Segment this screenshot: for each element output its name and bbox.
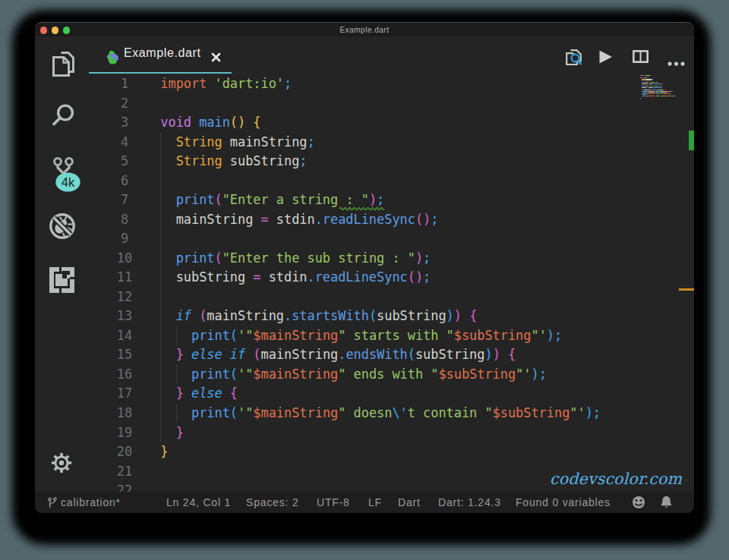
activity-bar-item-debug[interactable] [49, 212, 76, 243]
more-actions-icon[interactable] [667, 55, 685, 69]
line-number: 12 [89, 288, 160, 307]
status-item-0[interactable]: Ln 24, Col 1 [166, 496, 231, 508]
tab-close-icon[interactable] [211, 52, 221, 65]
code-line: 5 String subString; [89, 152, 694, 171]
code-line: 18 print('"$mainString" doesn\'t contain… [89, 404, 694, 423]
activity-bar-item-source-control[interactable]: 4k [51, 156, 81, 196]
code-line: 14 print('"$mainString" starts with "$su… [89, 326, 694, 346]
tab-example-dart[interactable]: Example.dart [89, 36, 232, 74]
line-number: 8 [89, 210, 160, 230]
code-text: import 'dart:io'; [160, 74, 292, 94]
activity-bar-item-extensions[interactable] [49, 267, 75, 296]
tab-bar: Example.dart [89, 36, 694, 74]
line-number: 1 [89, 74, 160, 94]
line-number: 2 [89, 94, 160, 114]
git-branch-icon [48, 497, 57, 511]
status-item-5[interactable]: Dart: 1.24.3 [438, 496, 501, 508]
page-background: Example.dart 4k Example.dart [0, 0, 729, 560]
status-item-4[interactable]: Dart [398, 496, 421, 508]
status-item-3[interactable]: LF [368, 496, 382, 508]
code-text: subString = stdin.readLineSync(); [160, 268, 431, 288]
code-text: print('"$mainString" starts with "$subSt… [160, 326, 562, 346]
code-text: String mainString; [160, 133, 314, 153]
warning-squiggle [339, 206, 384, 210]
code-line: 7 print("Enter a string : "); [89, 190, 694, 210]
code-text: if (mainString.startsWith(subString)) { [160, 307, 477, 326]
code-text: void main() { [160, 113, 260, 133]
vscode-window: Example.dart 4k Example.dart [35, 22, 694, 513]
status-item-6[interactable]: Found 0 variables [516, 496, 611, 508]
line-number: 4 [89, 133, 160, 153]
svg-text:4k: 4k [62, 175, 75, 189]
status-item-1[interactable]: Spaces: 2 [246, 496, 298, 508]
code-text: print("Enter the sub string : "); [160, 249, 431, 269]
code-text: print('"$mainString" doesn\'t contain "$… [160, 404, 601, 423]
code-text: } [160, 423, 184, 443]
activity-bar-item-settings-gear[interactable] [51, 452, 72, 477]
code-line: 16 print('"$mainString" ends with "$subS… [89, 365, 694, 385]
status-item-2[interactable]: UTF-8 [317, 496, 350, 508]
code-line: 15 } else if (mainString.endsWith(subStr… [89, 345, 694, 365]
status-branch[interactable]: calibration* [61, 496, 121, 508]
code-line: 11 subString = stdin.readLineSync(); [89, 268, 694, 288]
title-bar: Example.dart [35, 22, 694, 36]
code-line: 4 String mainString; [89, 133, 694, 153]
code-text: } [160, 442, 168, 462]
indent-guide [160, 229, 161, 249]
code-line: 3void main() { [89, 113, 694, 133]
extensions-icon [49, 267, 75, 296]
line-number: 10 [89, 249, 160, 269]
code-text: } else if (mainString.endsWith(subString… [160, 345, 516, 365]
code-text: String subString; [160, 152, 307, 171]
code-editor[interactable]: 1import 'dart:io';23void main() {4 Strin… [89, 74, 694, 492]
activity-bar: 4k [35, 36, 89, 492]
line-number: 16 [89, 365, 160, 385]
debug-icon [49, 212, 76, 243]
line-number: 11 [89, 268, 160, 288]
line-number: 21 [89, 462, 160, 482]
activity-bar-item-search[interactable] [49, 102, 76, 134]
code-text: } else { [160, 384, 238, 404]
indent-guide [160, 288, 161, 307]
line-number: 7 [89, 190, 160, 210]
line-number: 19 [89, 423, 160, 443]
code-line: 13 if (mainString.startsWith(subString))… [89, 307, 694, 326]
code-line: 2 [89, 94, 694, 114]
line-number: 17 [89, 384, 160, 404]
run-icon[interactable] [599, 50, 613, 67]
code-line: 20} [89, 442, 694, 462]
settings-gear-icon [51, 452, 72, 477]
notifications-bell-icon[interactable] [660, 496, 673, 511]
code-line: 9 [89, 229, 694, 249]
code-text: mainString = stdin.readLineSync(); [160, 210, 438, 230]
active-tab-underline [89, 72, 232, 74]
search-icon [49, 102, 76, 134]
split-editor-icon[interactable] [633, 50, 649, 66]
line-number: 22 [89, 481, 160, 492]
line-number: 6 [89, 171, 160, 191]
dart-logo-icon [103, 49, 119, 68]
code-line: 17 } else { [89, 384, 694, 404]
code-line: 6 [89, 171, 694, 191]
status-bar: calibration*Ln 24, Col 1Spaces: 2UTF-8LF… [35, 492, 694, 513]
source-control-icon: 4k [51, 156, 81, 196]
minimap[interactable] [640, 75, 693, 110]
line-number: 18 [89, 404, 160, 423]
open-changes-icon[interactable] [565, 49, 583, 69]
line-number: 15 [89, 345, 160, 365]
line-number: 14 [89, 326, 160, 346]
explorer-icon [52, 51, 75, 80]
overview-ruler-added-mark [689, 131, 695, 150]
indent-guide [160, 171, 161, 191]
line-number: 3 [89, 113, 160, 133]
code-line: 1import 'dart:io'; [89, 74, 694, 94]
line-number: 5 [89, 152, 160, 171]
code-line: 19 } [89, 423, 694, 443]
overview-ruler-modified-mark [679, 288, 695, 291]
code-line: 8 mainString = stdin.readLineSync(); [89, 210, 694, 230]
watermark: codevscolor.com [550, 470, 694, 488]
code-line: 10 print("Enter the sub string : "); [89, 249, 694, 269]
feedback-smiley-icon[interactable] [632, 496, 645, 511]
activity-bar-item-explorer[interactable] [52, 51, 75, 80]
line-number: 13 [89, 307, 160, 326]
